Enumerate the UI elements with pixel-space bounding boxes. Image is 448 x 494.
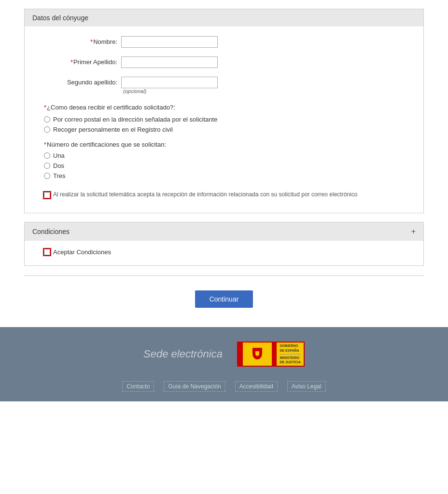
cert-question: *¿Como desea recibir el certificado soli… xyxy=(44,104,404,111)
footer-link-aviso[interactable]: Aviso Legal xyxy=(287,381,326,392)
radio-tres-option[interactable]: Tres xyxy=(44,172,404,179)
info-checkbox-row: Al realizar la solicitud telemática acep… xyxy=(44,191,404,198)
datos-conyuge-title: Datos del cónyuge xyxy=(32,14,88,22)
num-cert-label: *Número de certificaciones que se solici… xyxy=(44,141,404,148)
datos-conyuge-body: *Nombre: *Primer Apellido: Segundo apell… xyxy=(25,27,423,213)
primer-apellido-label: *Primer Apellido: xyxy=(44,56,121,66)
radio-recoger-option[interactable]: Recoger personalmente en el Registro civ… xyxy=(44,126,404,133)
footer-links: Contacto Guía de Navegación Accesibilida… xyxy=(122,381,325,392)
cert-section: *¿Como desea recibir el certificado soli… xyxy=(44,104,404,179)
radio-recoger[interactable] xyxy=(44,126,50,133)
min-line2: DE JUSTICIA xyxy=(280,360,301,365)
radio-dos[interactable] xyxy=(44,163,50,169)
escudo-icon xyxy=(252,348,262,359)
radio-correo-option[interactable]: Por correo postal en la dirección señala… xyxy=(44,116,404,123)
gov-line1: GOBIERNO xyxy=(280,343,301,348)
opcional-note: (opcional) xyxy=(123,88,218,94)
radio-dos-label[interactable]: Dos xyxy=(53,162,64,169)
radio-tres[interactable] xyxy=(44,173,50,179)
radio-tres-label[interactable]: Tres xyxy=(53,172,66,179)
footer-link-contacto[interactable]: Contacto xyxy=(122,381,154,392)
primer-apellido-row: *Primer Apellido: xyxy=(44,56,404,68)
radio-correo[interactable] xyxy=(44,116,50,123)
radio-recoger-label[interactable]: Recoger personalmente en el Registro civ… xyxy=(53,126,173,133)
radio-una[interactable] xyxy=(44,152,50,159)
datos-conyuge-panel: Datos del cónyuge *Nombre: *Primer Apell… xyxy=(24,9,424,213)
page-wrapper: Datos del cónyuge *Nombre: *Primer Apell… xyxy=(0,9,448,401)
spain-logo: GOBIERNO DE ESPAÑA MINISTERIO DE JUSTICI… xyxy=(237,342,305,367)
nombre-label: *Nombre: xyxy=(44,36,121,45)
sede-text: Sede electrónica xyxy=(143,348,223,360)
footer-top: Sede electrónica GOBIERNO DE ESPAÑA xyxy=(143,342,305,367)
condiciones-title: Condiciones xyxy=(32,228,70,235)
continuar-button[interactable]: Continuar xyxy=(195,290,253,308)
min-line1: MINISTERIO xyxy=(280,356,301,360)
radio-correo-label[interactable]: Por correo postal en la dirección señala… xyxy=(53,116,217,123)
flag-stripe-left xyxy=(238,343,243,366)
datos-conyuge-header: Datos del cónyuge xyxy=(25,9,423,27)
segundo-apellido-col: (opcional) xyxy=(121,77,218,94)
condiciones-panel: Condiciones + Aceptar Condiciones xyxy=(24,222,424,266)
gov-line2: DE ESPAÑA xyxy=(280,348,301,353)
footer: Sede electrónica GOBIERNO DE ESPAÑA xyxy=(0,327,448,401)
cert-required-star: * xyxy=(44,104,46,111)
segundo-apellido-input[interactable] xyxy=(121,77,218,88)
accept-checkbox-row: Aceptar Condiciones xyxy=(44,248,404,256)
condiciones-expand-icon[interactable]: + xyxy=(411,227,416,236)
radio-una-option[interactable]: Una xyxy=(44,152,404,159)
nombre-row: *Nombre: xyxy=(44,36,404,48)
accept-condiciones-label[interactable]: Aceptar Condiciones xyxy=(53,248,111,256)
flag-stripe-right xyxy=(272,343,277,366)
segundo-apellido-label: Segundo apellido: xyxy=(44,77,121,86)
num-cert-required-star: * xyxy=(44,141,46,148)
footer-link-guia[interactable]: Guía de Navegación xyxy=(164,381,225,392)
button-row: Continuar xyxy=(0,290,448,308)
flag-center xyxy=(243,343,272,366)
radio-una-label[interactable]: Una xyxy=(53,152,65,159)
info-checkbox-label[interactable]: Al realizar la solicitud telemática acep… xyxy=(53,191,357,198)
radio-dos-option[interactable]: Dos xyxy=(44,162,404,169)
segundo-apellido-row: Segundo apellido: (opcional) xyxy=(44,77,404,94)
divider xyxy=(24,275,424,276)
logo-divider xyxy=(280,354,301,355)
primer-apellido-required-star: * xyxy=(70,58,73,66)
nombre-required-star: * xyxy=(90,38,93,45)
logo-text-area: GOBIERNO DE ESPAÑA MINISTERIO DE JUSTICI… xyxy=(277,342,304,367)
accept-condiciones-checkbox[interactable] xyxy=(44,249,50,255)
info-checkbox[interactable] xyxy=(44,192,50,198)
footer-link-accesibilidad[interactable]: Accesibilidad xyxy=(235,381,278,392)
condiciones-header: Condiciones + xyxy=(25,222,423,241)
condiciones-body: Aceptar Condiciones xyxy=(25,241,423,265)
primer-apellido-input[interactable] xyxy=(121,56,218,68)
nombre-input[interactable] xyxy=(121,36,218,48)
